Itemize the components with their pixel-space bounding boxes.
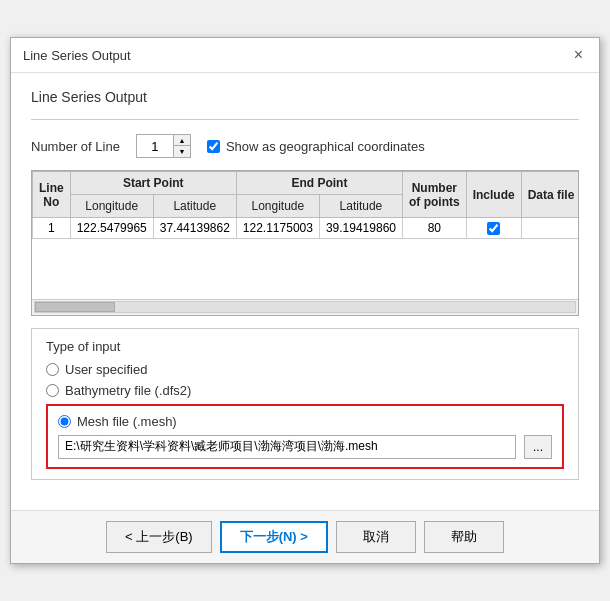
num-line-label: Number of Line xyxy=(31,139,120,154)
cell-num-points: 80 xyxy=(402,218,466,239)
browse-button[interactable]: ... xyxy=(524,435,552,459)
th-include: Include xyxy=(466,172,521,218)
table-wrapper: LineNo Start Point End Point Numberof po… xyxy=(31,170,579,316)
close-button[interactable]: × xyxy=(570,46,587,64)
th-start-lon: Longitude xyxy=(70,195,153,218)
num-line-input[interactable] xyxy=(137,135,173,157)
radio-bathymetry-label: Bathymetry file (.dfs2) xyxy=(65,383,191,398)
radio-mesh-label: Mesh file (.mesh) xyxy=(77,414,177,429)
row-controls: Number of Line ▲ ▼ Show as geographical … xyxy=(31,134,579,158)
mesh-section: Mesh file (.mesh) ... xyxy=(46,404,564,469)
title-bar: Line Series Output × xyxy=(11,38,599,73)
th-num-points: Numberof points xyxy=(402,172,466,218)
radio-user-specified-input[interactable] xyxy=(46,363,59,376)
dialog-body: Line Series Output Number of Line ▲ ▼ Sh… xyxy=(11,73,599,510)
input-type-title: Type of input xyxy=(46,339,564,354)
th-start-lat: Latitude xyxy=(153,195,236,218)
show-geo-label[interactable]: Show as geographical coordinates xyxy=(207,139,425,154)
horizontal-scrollbar[interactable] xyxy=(32,299,578,315)
radio-user-specified[interactable]: User specified xyxy=(46,362,564,377)
th-end-point: End Point xyxy=(236,172,402,195)
cell-data-file xyxy=(521,218,578,239)
show-geo-checkbox[interactable] xyxy=(207,140,220,153)
next-button[interactable]: 下一步(N) > xyxy=(220,521,328,553)
include-checkbox[interactable] xyxy=(487,222,500,235)
dialog-footer: < 上一步(B) 下一步(N) > 取消 帮助 xyxy=(11,510,599,563)
th-data-file: Data file xyxy=(521,172,578,218)
cell-start-lat: 37.44139862 xyxy=(153,218,236,239)
cell-line-no: 1 xyxy=(33,218,71,239)
dialog-section-title: Line Series Output xyxy=(31,89,579,105)
table-scroll[interactable]: LineNo Start Point End Point Numberof po… xyxy=(32,171,578,299)
spinner-up[interactable]: ▲ xyxy=(174,135,190,146)
radio-bathymetry[interactable]: Bathymetry file (.dfs2) xyxy=(46,383,564,398)
cancel-button[interactable]: 取消 xyxy=(336,521,416,553)
help-button[interactable]: 帮助 xyxy=(424,521,504,553)
dialog-window: Line Series Output × Line Series Output … xyxy=(10,37,600,564)
mesh-path-input[interactable] xyxy=(58,435,516,459)
radio-mesh-input[interactable] xyxy=(58,415,71,428)
cell-include[interactable] xyxy=(466,218,521,239)
cell-start-lon: 122.5479965 xyxy=(70,218,153,239)
spinner-down[interactable]: ▼ xyxy=(174,146,190,157)
th-end-lon: Longitude xyxy=(236,195,319,218)
th-start-point: Start Point xyxy=(70,172,236,195)
spinner-buttons: ▲ ▼ xyxy=(173,135,190,157)
scrollbar-thumb[interactable] xyxy=(35,302,115,312)
num-line-spinner[interactable]: ▲ ▼ xyxy=(136,134,191,158)
window-title: Line Series Output xyxy=(23,48,131,63)
cell-end-lat: 39.19419860 xyxy=(319,218,402,239)
table-row[interactable]: 1 122.5479965 37.44139862 122.1175003 39… xyxy=(33,218,579,239)
radio-user-specified-label: User specified xyxy=(65,362,147,377)
back-button[interactable]: < 上一步(B) xyxy=(106,521,212,553)
th-line-no: LineNo xyxy=(33,172,71,218)
input-type-section: Type of input User specified Bathymetry … xyxy=(31,328,579,480)
radio-bathymetry-input[interactable] xyxy=(46,384,59,397)
th-end-lat: Latitude xyxy=(319,195,402,218)
scrollbar-track[interactable] xyxy=(34,301,576,313)
data-table: LineNo Start Point End Point Numberof po… xyxy=(32,171,578,299)
empty-row xyxy=(33,239,579,299)
divider xyxy=(31,119,579,120)
radio-mesh[interactable]: Mesh file (.mesh) xyxy=(58,414,552,429)
cell-end-lon: 122.1175003 xyxy=(236,218,319,239)
mesh-file-row: ... xyxy=(58,435,552,459)
show-geo-text: Show as geographical coordinates xyxy=(226,139,425,154)
